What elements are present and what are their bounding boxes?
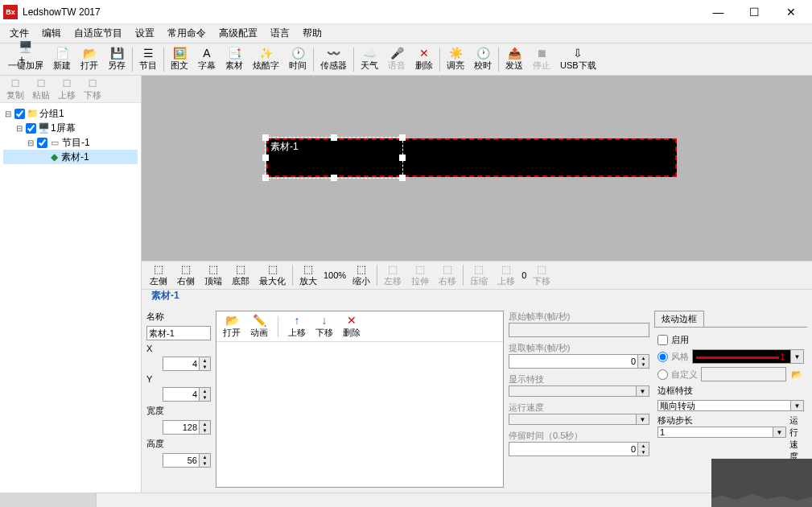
workspace: 素材-1 ⬚左侧⬚右侧⬚顶端⬚底部⬚最大化⬚放大100%⬚缩小⬚左移⬚拉伸⬚右移… (142, 76, 812, 493)
preview-window[interactable] (711, 459, 812, 507)
fl-打开[interactable]: 📂打开 (220, 314, 244, 339)
sb-粘贴[interactable]: □粘贴 (29, 76, 53, 101)
style-preview[interactable]: 1▼ (692, 349, 804, 364)
sidebar: □复制□粘贴□上移□下移 ⊟ 📁 分组1 ⊟ 🖥️ 1屏幕 ⊟ ▭ 节目-1 (0, 76, 142, 493)
fl-删除[interactable]: ✕删除 (340, 314, 364, 339)
file-list[interactable] (216, 345, 503, 487)
pos-右移: ⬚右移 (434, 262, 461, 289)
pos-缩小[interactable]: ⬚缩小 (348, 262, 375, 289)
tb-炫酷字[interactable]: ✨炫酷字 (248, 44, 284, 75)
custom-radio[interactable] (657, 369, 668, 380)
selection-box[interactable] (265, 137, 403, 179)
name-label: 名称 (146, 311, 211, 323)
tree-screen-label[interactable]: 1屏幕 (51, 122, 76, 135)
menubar: 文件编辑自适应节目设置常用命令高级配置语言帮助 (0, 24, 812, 43)
fl-动画[interactable]: ✏️动画 (247, 314, 271, 339)
style-radio[interactable] (657, 352, 668, 362)
pos-左移: ⬚左移 (379, 262, 406, 289)
pos-顶端[interactable]: ⬚顶端 (200, 262, 227, 289)
tb-传感器[interactable]: 〰️传感器 (315, 44, 352, 75)
tb-调亮[interactable]: ☀️调亮 (442, 44, 469, 75)
pos-左侧[interactable]: ⬚左侧 (145, 262, 172, 289)
height-spinner[interactable]: ▲▼ (163, 453, 211, 468)
custom-input (701, 367, 786, 381)
tb-删除[interactable]: ✕删除 (410, 44, 438, 75)
tb-打开[interactable]: 📂打开 (76, 44, 103, 75)
menu-常用命令[interactable]: 常用命令 (161, 24, 212, 43)
ext-fps-spinner[interactable]: ▲▼ (509, 354, 649, 369)
tree-group-label[interactable]: 分组1 (39, 107, 64, 121)
enable-check[interactable] (657, 335, 668, 345)
tb-素材[interactable]: 📑素材 (221, 44, 248, 75)
tb-字幕[interactable]: A字幕 (193, 44, 221, 75)
tb-新建[interactable]: 📄新建 (48, 44, 76, 75)
y-spinner[interactable]: ▲▼ (163, 387, 211, 402)
close-button[interactable]: ✕ (773, 0, 809, 24)
tree-check-program[interactable] (37, 138, 47, 148)
tree-check-group[interactable] (14, 109, 25, 119)
sb-下移[interactable]: □下移 (80, 76, 105, 101)
run-speed-label: 运行速度 (509, 402, 649, 414)
tree-material-label[interactable]: 素材-1 (61, 150, 89, 164)
x-spinner[interactable]: ▲▼ (163, 357, 211, 371)
tb-一键加屏[interactable]: 🖥️+一键加屏 (3, 44, 48, 75)
menu-设置[interactable]: 设置 (129, 24, 161, 43)
tb-发送[interactable]: 📤发送 (501, 44, 528, 75)
tab-material[interactable]: 素材-1 (145, 287, 186, 306)
name-input[interactable] (146, 326, 211, 340)
tb-语音[interactable]: 🎤语音 (383, 44, 410, 75)
height-label: 高度 (146, 438, 211, 450)
orig-fps-label: 原始帧率(帧/秒) (509, 311, 649, 323)
move-step-combo[interactable]: ▼ (657, 427, 786, 438)
menu-高级配置[interactable]: 高级配置 (212, 24, 264, 43)
pos-右侧[interactable]: ⬚右侧 (172, 262, 200, 289)
border-fx-combo[interactable]: ▼ (657, 400, 804, 411)
pos-上移: ⬚上移 (493, 262, 520, 289)
app-title: LedshowTW 2017 (23, 6, 700, 18)
menu-自适应节目[interactable]: 自适应节目 (68, 24, 129, 43)
maximize-button[interactable]: ☐ (736, 0, 773, 24)
tb-USB下载[interactable]: ⇩USB下载 (555, 44, 601, 75)
tree-collapse-icon[interactable]: ⊟ (26, 138, 35, 147)
app-icon: Bx (3, 5, 18, 19)
tree-program-label[interactable]: 节目-1 (62, 136, 90, 150)
canvas[interactable]: 素材-1 (142, 76, 812, 261)
statusbar (0, 493, 812, 507)
fl-上移[interactable]: ↑上移 (285, 314, 309, 339)
minimize-button[interactable]: — (700, 0, 736, 24)
tb-天气[interactable]: ☁️天气 (356, 44, 383, 75)
run-speed-combo[interactable]: ▼ (509, 414, 649, 425)
pos-底部[interactable]: ⬚底部 (227, 262, 254, 289)
tb-停止[interactable]: ⏹停止 (528, 44, 555, 75)
monitor-icon: 🖥️ (38, 122, 49, 134)
pos-放大[interactable]: ⬚放大 (295, 262, 322, 289)
disp-fx-label: 显示特技 (509, 373, 649, 385)
width-spinner[interactable]: ▲▼ (163, 420, 211, 435)
pos-下移: ⬚下移 (528, 262, 555, 289)
menu-语言[interactable]: 语言 (264, 24, 296, 43)
border-tab[interactable]: 炫动边框 (654, 311, 704, 327)
y-label: Y (146, 374, 211, 384)
tree-collapse-icon[interactable]: ⊟ (14, 124, 24, 133)
width-label: 宽度 (146, 405, 211, 417)
tb-图文[interactable]: 🖼️图文 (166, 44, 193, 75)
tb-时间[interactable]: 🕐时间 (284, 44, 311, 75)
project-tree[interactable]: ⊟ 📁 分组1 ⊟ 🖥️ 1屏幕 ⊟ ▭ 节目-1 ◆ 素材-1 (0, 103, 141, 493)
stay-time-spinner[interactable]: ▲▼ (509, 442, 649, 456)
screen-icon: ▭ (49, 137, 60, 148)
sb-上移[interactable]: □上移 (55, 76, 79, 101)
tb-另存[interactable]: 💾另存 (103, 44, 130, 75)
sb-复制[interactable]: □复制 (3, 76, 27, 101)
pos-最大化[interactable]: ⬚最大化 (254, 262, 291, 289)
disp-fx-combo[interactable]: ▼ (509, 385, 649, 397)
tree-check-screen[interactable] (26, 123, 36, 134)
move-step-label: 移动步长 (657, 414, 786, 427)
tree-collapse-icon[interactable]: ⊟ (3, 109, 13, 118)
menu-帮助[interactable]: 帮助 (296, 24, 328, 43)
position-toolbar: ⬚左侧⬚右侧⬚顶端⬚底部⬚最大化⬚放大100%⬚缩小⬚左移⬚拉伸⬚右移⬚压缩⬚上… (142, 261, 812, 290)
tb-节目[interactable]: ☰节目 (134, 44, 162, 75)
menu-编辑[interactable]: 编辑 (35, 24, 68, 43)
fl-下移[interactable]: ↓下移 (312, 314, 336, 339)
tb-校时[interactable]: 🕐校时 (469, 44, 497, 75)
tab-strip: 素材-1 (142, 290, 812, 306)
